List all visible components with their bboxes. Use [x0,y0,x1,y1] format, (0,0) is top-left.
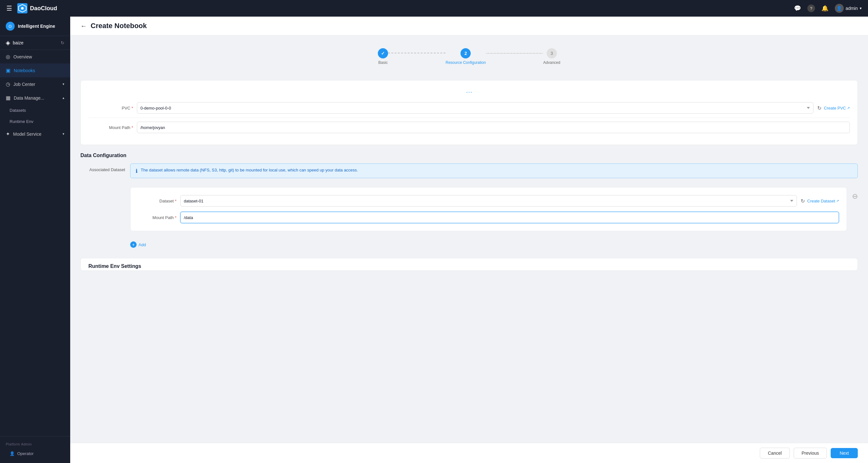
pvc-select[interactable]: 0-demo-pool-0-0 [137,102,813,114]
add-label: Add [138,242,146,247]
pvc-refresh-button[interactable]: ↻ [817,105,822,111]
sidebar-item-operator[interactable]: 👤 Operator [0,448,70,459]
sidebar-bottom: Platform Admin 👤 Operator [0,436,70,463]
user-label: admin [846,6,858,11]
dataset-card-wrapper: Dataset dataset-01 ↻ Create Dataset ↗ [81,187,858,236]
hamburger-menu[interactable]: ☰ [6,4,12,12]
sidebar-item-datasets[interactable]: Datasets [0,105,70,116]
model-service-chevron-icon: ▾ [63,132,64,136]
create-pvc-link[interactable]: Create PVC ↗ [824,106,850,111]
step-connector-1 [388,53,445,53]
sidebar-item-overview[interactable]: ◎ Overview [0,50,70,63]
user-chevron-icon: ▾ [860,6,862,10]
sidebar-item-runtime-env[interactable]: Runtime Env [0,116,70,127]
create-pvc-label: Create PVC [824,106,846,111]
platform-admin-label: Platform Admin [0,440,70,448]
action-bar: Cancel Previous Next [70,443,868,463]
associated-dataset-row: Associated Dataset ℹ The dataset allows … [81,164,858,183]
dataset-refresh-button[interactable]: ↻ [801,198,805,204]
dataset-select[interactable]: dataset-01 [180,195,797,207]
pvc-label: PVC [88,106,133,111]
create-dataset-label: Create Dataset [807,199,835,203]
overview-icon: ◎ [6,54,10,60]
sidebar-item-job-center-label: Job Center [13,82,35,87]
step-resource-circle: 2 [461,48,471,58]
data-config-section: Data Configuration Associated Dataset ℹ … [81,153,858,250]
step-basic-label: Basic [378,60,388,65]
sidebar-item-runtime-env-label: Runtime Env [9,119,33,124]
sidebar-brand-label: Intelligent Engine [18,24,55,29]
remove-dataset-wrapper: ⊖ [852,187,858,201]
sidebar-item-job-center[interactable]: ◷ Job Center ▾ [0,77,70,91]
info-banner: ℹ The dataset allows remote data (NFS, S… [130,164,858,178]
sidebar-item-model-service-label: Model Service [13,132,41,137]
bell-icon[interactable]: 🔔 [822,5,829,12]
stepper: ✓ Basic 2 Resource Configuration 3 Advan… [81,43,858,70]
info-text: The dataset allows remote data (NFS, S3,… [141,168,358,172]
content-area: ← Create Notebook ✓ Basic 2 Resource Con… [70,17,868,463]
pvc-card: ⋯ PVC 0-demo-pool-0-0 ↻ Create PVC ↗ [81,80,858,145]
data-manage-chevron-icon: ▴ [63,96,64,100]
sidebar: ⊙ Intelligent Engine ◈ baize ↻ ◎ Overvie… [0,17,70,463]
pvc-row: PVC 0-demo-pool-0-0 ↻ Create PVC ↗ [88,98,850,118]
model-service-icon: ✦ [6,131,10,137]
create-dataset-link[interactable]: Create Dataset ↗ [807,199,839,203]
add-dataset-wrapper: + Add [81,239,858,250]
add-icon: + [130,241,136,248]
pvc-mount-path-input[interactable] [137,122,850,133]
previous-button[interactable]: Previous [794,448,827,459]
engine-icon: ⊙ [6,22,15,31]
job-center-icon: ◷ [6,81,10,87]
dataset-mount-path-row: Mount Path [138,209,839,226]
sidebar-item-data-manage[interactable]: ▦ Data Manage... ▴ [0,91,70,105]
refresh-icon[interactable]: ↻ [61,40,64,45]
app-logo: DaoCloud [17,3,57,13]
data-config-title: Data Configuration [81,153,858,158]
sidebar-item-data-manage-label: Data Manage... [14,95,44,100]
remove-dataset-button[interactable]: ⊖ [852,192,858,201]
svg-point-2 [21,7,24,9]
user-avatar: 👤 [835,4,844,13]
pvc-mount-path-row: Mount Path [88,118,850,137]
dataset-mount-path-label: Mount Path [138,215,177,220]
sidebar-item-notebooks[interactable]: ▣ Notebooks [0,63,70,77]
dataset-card: Dataset dataset-01 ↻ Create Dataset ↗ [130,187,847,231]
sidebar-item-model-service[interactable]: ✦ Model Service ▾ [0,127,70,141]
sidebar-brand: ⊙ Intelligent Engine [0,17,70,36]
info-icon: ℹ [135,168,137,174]
back-button[interactable]: ← [81,22,87,30]
remove-icon: ⊖ [852,192,858,201]
pvc-actions: ↻ Create PVC ↗ [817,105,850,111]
add-dataset-button[interactable]: + Add [130,239,146,250]
user-menu[interactable]: 👤 admin ▾ [835,4,862,13]
app-name: DaoCloud [30,5,57,12]
step-advanced: 3 Advanced [543,48,560,65]
scroll-indicator: ⋯ [88,88,850,96]
sidebar-item-overview-label: Overview [13,54,32,59]
daocloud-logo-icon [17,3,27,13]
page-header: ← Create Notebook [70,17,868,35]
dataset-actions: ↻ Create Dataset ↗ [801,198,839,204]
job-center-chevron-icon: ▾ [63,82,64,86]
notebooks-icon: ▣ [6,67,10,74]
associated-dataset-label: Associated Dataset [81,164,125,172]
sidebar-item-datasets-label: Datasets [9,108,26,113]
step-advanced-label: Advanced [543,60,560,65]
dataset-row: Dataset dataset-01 ↻ Create Dataset ↗ [138,193,839,209]
namespace-label: baize [13,40,61,45]
step-resource: 2 Resource Configuration [445,48,486,65]
step-connector-2 [486,53,543,54]
page-title: Create Notebook [91,22,147,30]
top-nav: ☰ DaoCloud 💬 ? 🔔 👤 admin ▾ [0,0,868,17]
namespace-icon: ◈ [6,39,10,46]
cancel-button[interactable]: Cancel [760,448,790,459]
help-icon[interactable]: ? [807,4,815,12]
pvc-mount-path-label: Mount Path [88,125,133,130]
create-pvc-ext-icon: ↗ [847,106,850,110]
namespace-row[interactable]: ◈ baize ↻ [0,36,70,50]
chat-icon[interactable]: 💬 [794,5,801,12]
dataset-mount-path-input[interactable] [180,212,839,223]
operator-icon: 👤 [9,451,15,456]
step-advanced-circle: 3 [547,48,557,58]
next-button[interactable]: Next [831,448,858,458]
